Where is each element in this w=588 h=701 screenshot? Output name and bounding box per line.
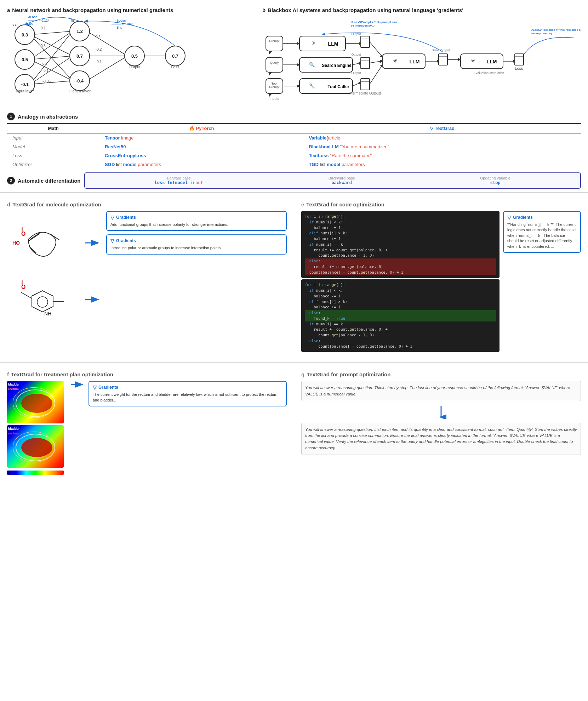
svg-rect-63 bbox=[299, 36, 346, 51]
svg-line-11 bbox=[87, 56, 127, 81]
gradient-card-e: ▽ Gradients **Handling `nums[i] == k`**:… bbox=[503, 211, 581, 253]
pytorch-loss: CrossEntropyLoss bbox=[99, 151, 303, 160]
autodiff-box: Forward pass loss_fn(model input Backwar… bbox=[84, 172, 581, 189]
svg-text:Input layer: Input layer bbox=[16, 89, 34, 93]
arrows-svg bbox=[83, 215, 101, 328]
svg-text:∂Loss/∂Prompt = "this prompt c: ∂Loss/∂Prompt = "this prompt can bbox=[351, 21, 397, 24]
svg-text:be improved by...": be improved by..." bbox=[531, 32, 556, 35]
svg-line-3 bbox=[30, 31, 73, 59]
section-f-heading: TextGrad for treatment plan optimization bbox=[11, 371, 113, 377]
textgrad-loss: TextLoss "Rate the summary." bbox=[303, 151, 581, 160]
molecule-arrows bbox=[83, 211, 101, 331]
svg-line-8 bbox=[30, 81, 73, 84]
backward-label: Backward pass bbox=[329, 176, 355, 180]
backward-code: backward bbox=[329, 180, 355, 185]
step-code: step bbox=[480, 180, 510, 185]
gradient-card-f: ▽ Gradients The current weight for the r… bbox=[89, 381, 287, 406]
svg-text:-0.1: -0.1 bbox=[21, 82, 29, 87]
svg-rect-52 bbox=[266, 57, 283, 72]
concept-loss: Loss bbox=[7, 151, 99, 160]
svg-rect-80 bbox=[361, 57, 370, 69]
gradient-card-1: ▽ Gradients Add functional groups that i… bbox=[106, 211, 287, 231]
svg-rect-100 bbox=[515, 54, 524, 65]
autodiff-backward: Backward pass backward bbox=[329, 176, 355, 185]
analogy-title: 1 Analogy in abstractions bbox=[7, 113, 581, 120]
svg-text:1.2: 1.2 bbox=[76, 29, 83, 34]
concept-optimizer: Optimizer bbox=[7, 160, 99, 169]
gradient-card-e-title: ▽ Gradients bbox=[507, 215, 577, 220]
section-b-letter: b bbox=[262, 7, 266, 13]
section-e-inner: for i in range(n): if nums[i] < k: balan… bbox=[301, 211, 581, 353]
grad-title-e: Gradients bbox=[513, 215, 533, 220]
svg-text:Prompt: Prompt bbox=[269, 85, 280, 89]
grad-title-2: Gradients bbox=[116, 238, 136, 243]
section-e-heading: TextGrad for code optimization bbox=[306, 201, 384, 207]
gradient-card-f-container: ▽ Gradients The current weight for the r… bbox=[89, 381, 287, 406]
section-d-heading: TextGrad for molecule optimization bbox=[12, 201, 101, 207]
col-textgrad: ▽ TextGrad bbox=[303, 124, 581, 133]
table-row: Loss CrossEntropyLoss TextLoss "Rate the… bbox=[7, 151, 581, 160]
svg-marker-50 bbox=[269, 51, 272, 55]
autodiff-forward: Forward pass loss_fn(model input bbox=[155, 176, 203, 185]
svg-text:Inputs: Inputs bbox=[269, 97, 279, 101]
concept-model: Model bbox=[7, 142, 99, 151]
svg-text:✳: ✳ bbox=[393, 58, 398, 64]
heatmap-2: bladder rectum bbox=[7, 425, 64, 468]
heatmap-1-container: bladder rectum bbox=[7, 381, 64, 423]
svg-text:Output: Output bbox=[351, 53, 361, 56]
svg-text:0.7: 0.7 bbox=[172, 53, 178, 59]
textgrad-optimizer: TGD list model parameters bbox=[303, 160, 581, 169]
heatmap-2-container: bladder rectum bbox=[7, 425, 64, 468]
svg-line-111 bbox=[30, 232, 41, 239]
autodiff-title-block: 2 Automatic differentiation bbox=[7, 177, 81, 184]
svg-line-7 bbox=[30, 56, 73, 84]
colorbar bbox=[7, 471, 64, 475]
section-e: e TextGrad for code optimization for i i… bbox=[294, 198, 588, 357]
svg-text:-0.1: -0.1 bbox=[96, 60, 102, 64]
svg-marker-118 bbox=[32, 291, 53, 312]
svg-text:O: O bbox=[21, 231, 25, 237]
updating-label: Updating variable bbox=[480, 176, 510, 180]
svg-text:be improved by...": be improved by..." bbox=[351, 24, 375, 27]
molecule-area: O ‖ HO O ‖ bbox=[7, 211, 287, 332]
svg-text:Loss: Loss bbox=[171, 65, 179, 69]
llm-svg: Prompt Query Tool Prompt Inputs bbox=[262, 17, 581, 102]
table-row: Model ResNet50 BlackboxLLM "You are a su… bbox=[7, 142, 581, 151]
svg-line-87 bbox=[370, 64, 383, 84]
molecules-svg: O ‖ HO O ‖ bbox=[7, 211, 78, 331]
section-d: d TextGrad for molecule optimization O ‖… bbox=[0, 198, 294, 357]
heatmap-1: bladder rectum bbox=[7, 381, 64, 423]
section-f: f TextGrad for treatment plan optimizati… bbox=[0, 368, 294, 478]
section-b-title: Blackbox AI systems and backpropagation … bbox=[268, 7, 463, 13]
section-d-letter: d bbox=[7, 201, 10, 207]
section-a-label: a Neural network and backpropagation usi… bbox=[7, 7, 248, 13]
section-f-title: f TextGrad for treatment plan optimizati… bbox=[7, 371, 287, 377]
top-sections: a Neural network and backpropagation usi… bbox=[0, 0, 588, 109]
section-g: g TextGrad for prompt optimization You w… bbox=[294, 368, 588, 478]
textgrad-model: BlackboxLLM "You are a summarizer." bbox=[303, 142, 581, 151]
arrow-right-svg bbox=[69, 381, 83, 388]
svg-text:0.3: 0.3 bbox=[22, 32, 28, 38]
svg-text:Hidden layer: Hidden layer bbox=[69, 89, 91, 93]
grad-title-1: Gradients bbox=[116, 215, 136, 220]
svg-line-0 bbox=[30, 31, 73, 35]
svg-text:Query: Query bbox=[270, 61, 279, 64]
bottom-sections: f TextGrad for treatment plan optimizati… bbox=[0, 363, 588, 484]
section-a: a Neural network and backpropagation usi… bbox=[0, 4, 255, 105]
svg-text:LLM: LLM bbox=[410, 59, 420, 64]
section-b: b Blackbox AI systems and backpropagatio… bbox=[255, 4, 588, 105]
svg-text:Loss: Loss bbox=[515, 66, 523, 70]
heatmap-contour3 bbox=[13, 432, 55, 462]
svg-rect-82 bbox=[361, 79, 370, 90]
gradient-card-f-text: The current weight for the rectum and bl… bbox=[93, 392, 282, 403]
llm-diagram: Prompt Query Tool Prompt Inputs bbox=[262, 17, 581, 102]
section-b-label: b Blackbox AI systems and backpropagatio… bbox=[262, 7, 581, 13]
svg-rect-93 bbox=[439, 54, 447, 65]
svg-text:∂h₁: ∂h₁ bbox=[117, 26, 122, 29]
original-prompt: You will answer a reasoning question. Th… bbox=[301, 381, 581, 401]
svg-text:🔍: 🔍 bbox=[309, 62, 315, 68]
svg-text:Output: Output bbox=[129, 65, 140, 69]
textgrad-label: TextGrad bbox=[435, 126, 455, 131]
nn-svg: 0.1 0.3 0.2 -0.05 0.5 -0.2 -0.1 -0.1 0.3… bbox=[7, 15, 219, 93]
forward-code: loss_fn(model input bbox=[155, 180, 203, 185]
